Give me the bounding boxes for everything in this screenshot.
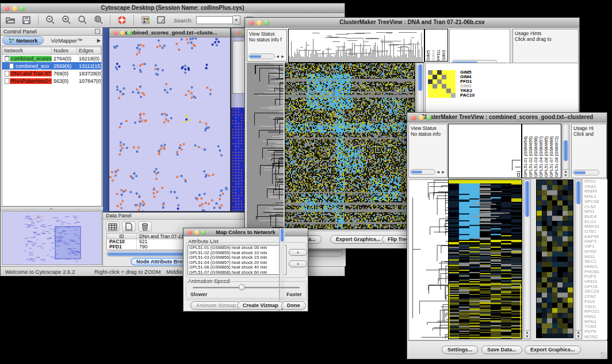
close-button[interactable] (235, 30, 240, 35)
zoom-fit-button[interactable] (92, 14, 105, 26)
treeview-action-button[interactable]: Export Graphics... (330, 235, 387, 244)
vizmap-button[interactable] (139, 14, 152, 26)
minimize-button[interactable] (257, 20, 262, 25)
column-dendrogram-1[interactable] (288, 29, 424, 63)
open-button[interactable] (4, 14, 17, 26)
status-welcome: Welcome to Cytoscape 2.6.2 (5, 269, 75, 275)
row-dendrogram-2[interactable] (408, 179, 449, 340)
column-labels-2[interactable]: GPL51-01 (GSM854)GPL51-02 (GSM855)GPL51-… (522, 124, 561, 178)
status-hint-pan: Middle- (166, 269, 184, 275)
vertical-scrollbar[interactable]: ▲▼ (575, 179, 582, 339)
scroll-left-icon[interactable]: ◀ (435, 169, 441, 175)
minimize-button[interactable] (419, 115, 424, 120)
minimize-button[interactable] (194, 230, 199, 235)
heatmap-2[interactable] (448, 179, 522, 339)
row-dendrogram-1[interactable] (247, 63, 284, 229)
zoom-selected-button[interactable] (76, 14, 89, 26)
gene-label-list[interactable]: PFD1YRA1RNR4MSL1SPC98CLN1NIS1BUD4ELG1MAK… (583, 179, 607, 339)
zoom-button[interactable] (201, 230, 206, 235)
speed-slider-thumb[interactable] (239, 284, 245, 290)
scroll-down-icon[interactable]: ▼ (575, 335, 582, 339)
resize-grip[interactable] (600, 352, 607, 358)
delete-attribute-button[interactable] (138, 221, 152, 232)
scroll-left-icon[interactable]: ◀ (275, 53, 280, 59)
speed-slider-track[interactable] (193, 287, 300, 289)
cytoscape-title-bar[interactable]: Cytoscape Desktop (Session Name: collins… (1, 3, 345, 13)
scroll-up-icon[interactable]: ▲ (563, 170, 569, 174)
zoom-button[interactable] (264, 20, 269, 25)
horizontal-scrollbar[interactable]: ◀▶ (248, 53, 285, 60)
scroll-right-icon[interactable]: ▶ (441, 169, 446, 175)
treeview-action-button[interactable]: Export Graphics... (525, 346, 581, 354)
column-labels-1[interactable]: GIM5GIM4PFD1GIM3YKE2PAC10 (424, 29, 448, 62)
tab-overflow-arrow[interactable]: ▶ (97, 38, 101, 43)
treeview-action-button[interactable]: Save Data... (481, 346, 522, 354)
float-panel-icon[interactable] (95, 29, 100, 34)
vertical-scrollbar[interactable]: ▲▼ (562, 124, 569, 178)
minimize-button[interactable] (12, 6, 17, 11)
heatmap-1[interactable] (285, 63, 415, 229)
zoom-heatmap-2[interactable] (536, 179, 573, 338)
treeview-2-title-bar[interactable]: ClusterMaker TreeView : combined_scores_… (407, 113, 607, 122)
scroll-up-icon[interactable]: ▲ (575, 331, 582, 335)
usage-hints-title: Usage Hi (573, 125, 605, 131)
window-network-view-1[interactable]: combined_scores_good.txt--cluste... (109, 28, 231, 212)
minimize-button[interactable] (120, 30, 125, 35)
search-dropdown-arrow[interactable]: ▼ (233, 16, 240, 25)
tab-network[interactable]: Network (2, 36, 44, 45)
move-up-button[interactable]: ∧ (289, 249, 307, 256)
dialog-title: Map Colors to Network (216, 229, 275, 235)
network-overview-thumbnail[interactable] (2, 211, 102, 265)
annotation-button[interactable] (155, 14, 168, 26)
network-table-header[interactable]: Network Nodes Edges (2, 47, 101, 55)
zoom-in-button[interactable] (60, 14, 72, 26)
network-row[interactable]: combined_sco 2569(6) 13112(15) (2, 62, 101, 70)
zoom-button[interactable] (20, 6, 25, 11)
create-vizmap-button[interactable]: Create Vizmap (237, 301, 284, 310)
desktop: Cytoscape Desktop (Session Name: collins… (0, 0, 612, 364)
vertical-scrollbar[interactable]: ▲▼ (279, 228, 285, 311)
close-button[interactable] (113, 30, 118, 35)
matrix-cell (428, 79, 433, 84)
select-attributes-button[interactable] (106, 221, 120, 232)
zoom-button[interactable] (426, 115, 431, 120)
new-attribute-button[interactable] (122, 221, 136, 232)
save-button[interactable] (20, 14, 33, 26)
network-row[interactable]: RNAPuberNov2+ 563(0) 107847(0) (2, 77, 101, 85)
search-input[interactable] (196, 16, 233, 24)
scroll-up-icon[interactable]: ▲ (524, 331, 530, 335)
attribute-list-item[interactable]: GPL51-07 (GSM868) heat shock 60 min (189, 270, 286, 275)
window-treeview-2: ClusterMaker TreeView : combined_scores_… (407, 112, 607, 359)
close-button[interactable] (5, 6, 10, 11)
window-controls[interactable] (5, 6, 25, 11)
network-row[interactable]: combined_scores 2764(0) 16218(0) (2, 55, 101, 62)
zoom-matrix[interactable] (428, 70, 456, 98)
treeview-1-title-bar[interactable]: ClusterMaker TreeView : DNA and Tran 07-… (245, 18, 579, 28)
network-row[interactable]: DNA and Tran 07 769(0) 183728(0) (2, 70, 101, 77)
move-down-button[interactable]: ∨ (289, 260, 307, 267)
scroll-down-icon[interactable]: ▼ (524, 335, 530, 339)
close-button[interactable] (249, 20, 254, 25)
dialog-title-bar[interactable]: Map Colors to Network (183, 228, 308, 236)
network-name: DNA and Tran 07 (10, 71, 52, 76)
done-button[interactable]: Done (281, 301, 306, 310)
zoom-button[interactable] (127, 30, 132, 35)
treeview-action-button[interactable]: Settings... (442, 346, 478, 354)
vertical-scrollbar[interactable]: ▲▼ (523, 179, 531, 339)
column-dendrogram-2[interactable] (448, 124, 522, 178)
help-button[interactable] (116, 14, 128, 26)
network-view-1-title-bar[interactable]: combined_scores_good.txt--cluste... (109, 28, 230, 37)
animate-vizmap-button[interactable]: Animate Vizmap (190, 301, 242, 310)
matrix-cell (433, 84, 437, 89)
attribute-list[interactable]: GPL51-01 (GSM854) heat shock 05 minGPL51… (188, 245, 286, 275)
scroll-right-icon[interactable]: ▶ (280, 53, 285, 59)
close-button[interactable] (188, 230, 192, 235)
horizontal-scrollbar[interactable] (573, 169, 599, 176)
horizontal-scrollbar[interactable]: ◀▶ (410, 168, 446, 175)
scroll-down-icon[interactable]: ▼ (563, 174, 569, 178)
close-button[interactable] (411, 115, 416, 120)
tab-vizmapper[interactable]: VizMapper™ (45, 37, 88, 44)
panel-splitter[interactable] (1, 206, 103, 210)
zoom-out-button[interactable] (44, 14, 56, 26)
network-canvas-1[interactable] (109, 37, 230, 211)
